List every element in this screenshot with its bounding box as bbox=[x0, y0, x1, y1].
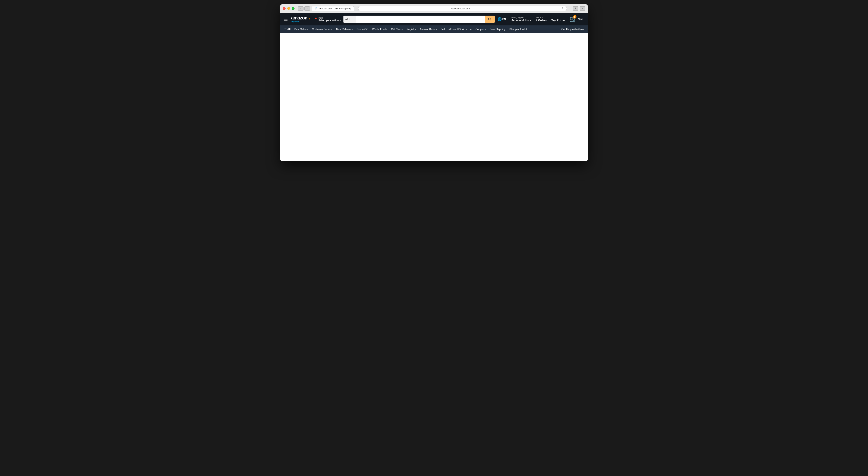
hamburger-line bbox=[284, 18, 287, 19]
search-icon bbox=[488, 17, 492, 21]
amazon-nav: ☰ All Best Sellers Customer Service New … bbox=[280, 25, 588, 33]
account-button[interactable]: Hello, Sign in Account & Lists bbox=[509, 16, 533, 23]
nav-item-amazon-basics[interactable]: AmazonBasics bbox=[418, 26, 438, 32]
nav-item-gift-cards[interactable]: Gift Cards bbox=[389, 26, 405, 32]
add-tab-button[interactable]: + bbox=[580, 6, 585, 11]
nav-item-registry[interactable]: Registry bbox=[405, 26, 418, 32]
amazon-header: amazon↙ Try Prime 📍 Hello Select your ad… bbox=[280, 13, 588, 25]
browser-actions: ⬆ + bbox=[573, 6, 585, 11]
nav-item-find-a-gift[interactable]: Find a Gift bbox=[354, 26, 370, 32]
location-button[interactable]: 📍 Hello Select your address bbox=[313, 16, 342, 23]
nav-item-sell[interactable]: Sell bbox=[438, 26, 446, 32]
nav-item-best-sellers[interactable]: Best Sellers bbox=[292, 26, 310, 32]
hamburger-line bbox=[284, 19, 287, 20]
cart-icon-wrapper: 🛒 0 bbox=[569, 16, 577, 23]
cart-count: 0 bbox=[573, 15, 577, 19]
nav-item-found-it-on-amazon[interactable]: #FoundItOnAmazon bbox=[447, 26, 473, 32]
browser-titlebar: ‹ › 📄 Amazon.com: Online Shopping www.am… bbox=[280, 4, 588, 13]
nav-item-shopper-toolkit[interactable]: Shopper Toolkit bbox=[507, 26, 529, 32]
nav-item-customer-service[interactable]: Customer Service bbox=[310, 26, 334, 32]
try-prime-top bbox=[551, 16, 565, 19]
maximize-button[interactable] bbox=[292, 7, 294, 10]
share-button[interactable]: ⬆ bbox=[573, 6, 578, 11]
logo-arrow: ↙ bbox=[308, 17, 310, 20]
tab-label: Amazon.com: Online Shopping bbox=[319, 7, 351, 10]
forward-button[interactable]: › bbox=[304, 6, 310, 11]
close-button[interactable] bbox=[283, 7, 285, 10]
get-help-button[interactable]: Get Help with Alexa bbox=[559, 26, 586, 32]
logo-try-prime: Try Prime bbox=[291, 21, 300, 23]
returns-button[interactable]: Returns & Orders bbox=[534, 16, 549, 23]
search-category-caret: ▾ bbox=[348, 18, 350, 21]
header-right: 🌐 EN ▾ Hello, Sign in Account & Lists Re… bbox=[496, 14, 585, 24]
search-category-dropdown[interactable]: All ▾ bbox=[343, 16, 356, 23]
back-button[interactable]: ‹ bbox=[298, 6, 304, 11]
tab-icon: 📄 bbox=[314, 7, 317, 10]
browser-tab[interactable]: 📄 Amazon.com: Online Shopping bbox=[312, 6, 354, 11]
amazon-logo[interactable]: amazon↙ Try Prime bbox=[290, 15, 311, 23]
language-button[interactable]: 🌐 EN ▾ bbox=[496, 16, 509, 22]
account-hello: Hello, Sign in bbox=[511, 17, 531, 19]
main-content bbox=[280, 33, 588, 161]
globe-icon: 🌐 bbox=[497, 17, 502, 21]
cart-button[interactable]: 🛒 0 Cart bbox=[568, 14, 585, 24]
nav-item-coupons[interactable]: Coupons bbox=[473, 26, 488, 32]
hamburger-menu-button[interactable] bbox=[283, 17, 288, 21]
search-input[interactable] bbox=[356, 16, 485, 23]
location-address: Select your address bbox=[318, 19, 341, 22]
returns-bottom: & Orders bbox=[536, 19, 547, 22]
location-icon: 📍 bbox=[314, 18, 318, 21]
language-code: EN bbox=[502, 18, 506, 21]
nav-item-whole-foods[interactable]: Whole Foods bbox=[370, 26, 389, 32]
location-text: Hello Select your address bbox=[318, 17, 341, 22]
try-prime-label: Try Prime bbox=[551, 19, 565, 22]
try-prime-button[interactable]: Try Prime bbox=[549, 15, 567, 23]
search-bar: All ▾ bbox=[343, 16, 494, 23]
minimize-button[interactable] bbox=[287, 7, 290, 10]
hamburger-line bbox=[284, 20, 287, 21]
account-label: Account & Lists bbox=[511, 19, 531, 22]
language-caret: ▾ bbox=[506, 18, 507, 20]
url-display: www.amazon.com bbox=[361, 7, 561, 10]
svg-line-1 bbox=[490, 20, 491, 20]
nav-item-new-releases[interactable]: New Releases bbox=[334, 26, 354, 32]
browser-nav-buttons: ‹ › bbox=[298, 6, 310, 11]
address-bar[interactable]: www.amazon.com ↻ bbox=[358, 6, 567, 11]
browser-window: ‹ › 📄 Amazon.com: Online Shopping www.am… bbox=[280, 4, 588, 161]
cart-label: Cart bbox=[578, 18, 583, 21]
search-category-label: All bbox=[345, 18, 348, 21]
reload-button[interactable]: ↻ bbox=[562, 7, 564, 10]
logo-text: amazon↙ bbox=[291, 16, 310, 20]
search-button[interactable] bbox=[485, 16, 495, 23]
nav-item-free-shipping[interactable]: Free Shipping bbox=[488, 26, 507, 32]
nav-item-all[interactable]: ☰ All bbox=[282, 26, 292, 32]
location-hello: Hello bbox=[318, 17, 341, 19]
returns-top: Returns bbox=[536, 17, 547, 19]
